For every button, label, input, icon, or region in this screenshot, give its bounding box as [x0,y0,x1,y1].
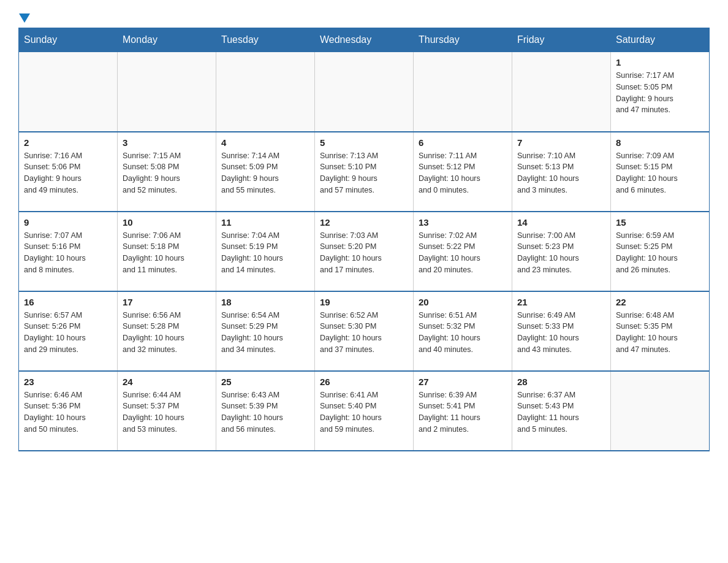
day-number: 20 [419,297,507,307]
calendar-cell: 17Sunrise: 6:56 AM Sunset: 5:28 PM Dayli… [118,291,216,371]
day-number: 4 [221,137,309,148]
calendar-cell: 24Sunrise: 6:44 AM Sunset: 5:37 PM Dayli… [118,371,216,451]
calendar-cell: 3Sunrise: 7:15 AM Sunset: 5:08 PM Daylig… [118,132,216,212]
day-number: 21 [517,297,605,307]
calendar-cell [118,52,216,132]
calendar-cell: 28Sunrise: 6:37 AM Sunset: 5:43 PM Dayli… [512,371,611,451]
calendar-header-row: SundayMondayTuesdayWednesdayThursdayFrid… [19,28,710,52]
day-number: 25 [221,377,309,387]
calendar-cell: 5Sunrise: 7:13 AM Sunset: 5:10 PM Daylig… [315,132,414,212]
calendar-cell [315,52,414,132]
weekday-header-monday: Monday [118,28,216,52]
calendar-week-row: 1Sunrise: 7:17 AM Sunset: 5:05 PM Daylig… [19,52,710,132]
day-info: Sunrise: 6:49 AM Sunset: 5:33 PM Dayligh… [517,310,605,356]
day-number: 1 [616,57,704,67]
calendar-week-row: 2Sunrise: 7:16 AM Sunset: 5:06 PM Daylig… [19,132,710,212]
day-number: 26 [320,377,408,387]
calendar-cell: 23Sunrise: 6:46 AM Sunset: 5:36 PM Dayli… [19,371,118,451]
day-info: Sunrise: 7:09 AM Sunset: 5:15 PM Dayligh… [616,150,704,196]
day-info: Sunrise: 6:57 AM Sunset: 5:26 PM Dayligh… [24,310,112,356]
day-number: 27 [419,377,507,387]
day-info: Sunrise: 7:10 AM Sunset: 5:13 PM Dayligh… [517,150,605,196]
day-number: 18 [221,297,309,307]
calendar-cell [414,52,512,132]
calendar-cell: 13Sunrise: 7:02 AM Sunset: 5:22 PM Dayli… [414,212,512,291]
day-number: 12 [320,217,408,228]
calendar-cell: 14Sunrise: 7:00 AM Sunset: 5:23 PM Dayli… [512,212,611,291]
day-number: 7 [517,137,605,148]
day-number: 3 [123,137,211,148]
day-info: Sunrise: 6:46 AM Sunset: 5:36 PM Dayligh… [24,389,112,435]
calendar-cell: 1Sunrise: 7:17 AM Sunset: 5:05 PM Daylig… [611,52,710,132]
calendar-cell: 27Sunrise: 6:39 AM Sunset: 5:41 PM Dayli… [414,371,512,451]
day-info: Sunrise: 7:06 AM Sunset: 5:18 PM Dayligh… [123,230,211,276]
day-number: 19 [320,297,408,307]
calendar-cell: 16Sunrise: 6:57 AM Sunset: 5:26 PM Dayli… [19,291,118,371]
calendar-cell: 4Sunrise: 7:14 AM Sunset: 5:09 PM Daylig… [216,132,315,212]
day-info: Sunrise: 6:59 AM Sunset: 5:25 PM Dayligh… [616,230,704,276]
day-number: 22 [616,297,704,307]
day-info: Sunrise: 7:11 AM Sunset: 5:12 PM Dayligh… [419,150,507,196]
day-number: 14 [517,217,605,228]
calendar-cell: 2Sunrise: 7:16 AM Sunset: 5:06 PM Daylig… [19,132,118,212]
calendar-cell: 19Sunrise: 6:52 AM Sunset: 5:30 PM Dayli… [315,291,414,371]
calendar-cell: 6Sunrise: 7:11 AM Sunset: 5:12 PM Daylig… [414,132,512,212]
calendar-week-row: 23Sunrise: 6:46 AM Sunset: 5:36 PM Dayli… [19,371,710,451]
day-info: Sunrise: 7:15 AM Sunset: 5:08 PM Dayligh… [123,150,211,196]
day-number: 13 [419,217,507,228]
calendar-week-row: 9Sunrise: 7:07 AM Sunset: 5:16 PM Daylig… [19,212,710,291]
day-number: 11 [221,217,309,228]
day-info: Sunrise: 6:43 AM Sunset: 5:39 PM Dayligh… [221,389,309,435]
day-number: 15 [616,217,704,228]
calendar-cell: 11Sunrise: 7:04 AM Sunset: 5:19 PM Dayli… [216,212,315,291]
day-info: Sunrise: 6:44 AM Sunset: 5:37 PM Dayligh… [123,389,211,435]
day-info: Sunrise: 6:51 AM Sunset: 5:32 PM Dayligh… [419,310,507,356]
calendar-cell: 22Sunrise: 6:48 AM Sunset: 5:35 PM Dayli… [611,291,710,371]
weekday-header-wednesday: Wednesday [315,28,414,52]
day-number: 2 [24,137,112,148]
day-info: Sunrise: 7:07 AM Sunset: 5:16 PM Dayligh… [24,230,112,276]
day-info: Sunrise: 7:00 AM Sunset: 5:23 PM Dayligh… [517,230,605,276]
calendar-cell: 21Sunrise: 6:49 AM Sunset: 5:33 PM Dayli… [512,291,611,371]
page-header [18,12,710,21]
calendar-cell: 26Sunrise: 6:41 AM Sunset: 5:40 PM Dayli… [315,371,414,451]
day-info: Sunrise: 6:52 AM Sunset: 5:30 PM Dayligh… [320,310,408,356]
day-number: 28 [517,377,605,387]
day-number: 5 [320,137,408,148]
day-info: Sunrise: 7:17 AM Sunset: 5:05 PM Dayligh… [616,70,704,116]
day-number: 23 [24,377,112,387]
calendar-table: SundayMondayTuesdayWednesdayThursdayFrid… [18,28,710,451]
day-info: Sunrise: 6:37 AM Sunset: 5:43 PM Dayligh… [517,389,605,435]
day-info: Sunrise: 7:02 AM Sunset: 5:22 PM Dayligh… [419,230,507,276]
calendar-cell [611,371,710,451]
day-info: Sunrise: 7:16 AM Sunset: 5:06 PM Dayligh… [24,150,112,196]
weekday-header-thursday: Thursday [414,28,512,52]
day-info: Sunrise: 6:41 AM Sunset: 5:40 PM Dayligh… [320,389,408,435]
calendar-cell [512,52,611,132]
day-info: Sunrise: 7:04 AM Sunset: 5:19 PM Dayligh… [221,230,309,276]
day-number: 8 [616,137,704,148]
day-info: Sunrise: 7:13 AM Sunset: 5:10 PM Dayligh… [320,150,408,196]
calendar-cell: 7Sunrise: 7:10 AM Sunset: 5:13 PM Daylig… [512,132,611,212]
day-number: 16 [24,297,112,307]
weekday-header-sunday: Sunday [19,28,118,52]
logo [18,12,32,21]
calendar-cell: 15Sunrise: 6:59 AM Sunset: 5:25 PM Dayli… [611,212,710,291]
day-info: Sunrise: 6:39 AM Sunset: 5:41 PM Dayligh… [419,389,507,435]
calendar-cell: 18Sunrise: 6:54 AM Sunset: 5:29 PM Dayli… [216,291,315,371]
day-info: Sunrise: 6:48 AM Sunset: 5:35 PM Dayligh… [616,310,704,356]
calendar-cell: 10Sunrise: 7:06 AM Sunset: 5:18 PM Dayli… [118,212,216,291]
calendar-cell: 25Sunrise: 6:43 AM Sunset: 5:39 PM Dayli… [216,371,315,451]
weekday-header-tuesday: Tuesday [216,28,315,52]
day-info: Sunrise: 7:03 AM Sunset: 5:20 PM Dayligh… [320,230,408,276]
day-info: Sunrise: 7:14 AM Sunset: 5:09 PM Dayligh… [221,150,309,196]
logo-triangle-icon [19,13,30,23]
day-info: Sunrise: 6:54 AM Sunset: 5:29 PM Dayligh… [221,310,309,356]
calendar-cell: 20Sunrise: 6:51 AM Sunset: 5:32 PM Dayli… [414,291,512,371]
day-number: 9 [24,217,112,228]
calendar-cell: 8Sunrise: 7:09 AM Sunset: 5:15 PM Daylig… [611,132,710,212]
calendar-cell: 9Sunrise: 7:07 AM Sunset: 5:16 PM Daylig… [19,212,118,291]
calendar-cell [19,52,118,132]
weekday-header-saturday: Saturday [611,28,710,52]
day-number: 17 [123,297,211,307]
